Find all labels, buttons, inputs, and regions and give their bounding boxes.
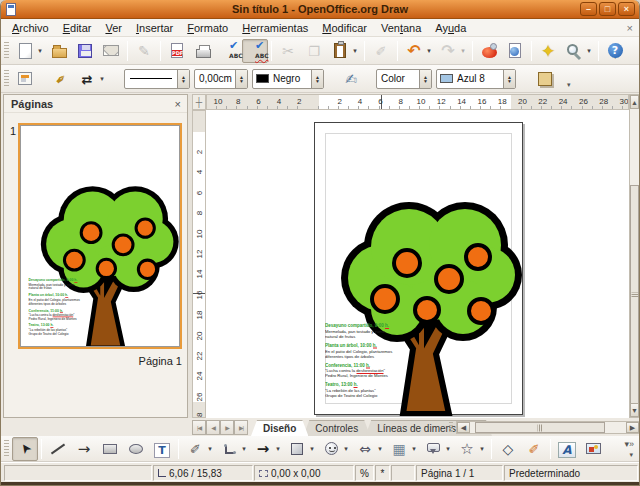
new-document-button[interactable] (12, 39, 46, 63)
dropdown-arrow-icon[interactable] (274, 445, 282, 453)
area-dialog-button[interactable] (338, 67, 364, 91)
status-zoom-cell[interactable]: % (355, 465, 374, 481)
stars-tool[interactable] (454, 437, 488, 461)
menu-modificar[interactable]: Modificar (315, 21, 374, 35)
drawing-canvas[interactable]: Desayuno compartido, 9:00 h.Mermelada, p… (206, 110, 629, 418)
next-page-icon[interactable] (220, 420, 234, 435)
page-thumbnail[interactable]: Desayuno compartido, 9:00 h.Mermelada, p… (20, 125, 180, 347)
email-button[interactable] (98, 39, 124, 63)
vertical-ruler[interactable]: 246810121416182022242628 (192, 110, 206, 418)
dropdown-arrow-icon[interactable] (351, 47, 359, 55)
dropdown-arrow-icon[interactable] (585, 47, 593, 55)
menu-ventana[interactable]: Ventana (374, 21, 428, 35)
flowchart-tool[interactable] (386, 437, 420, 461)
select-tool[interactable] (12, 437, 38, 461)
close-button-icon[interactable]: × (618, 2, 635, 16)
dropdown-arrow-icon[interactable] (98, 75, 106, 83)
menu-formato[interactable]: Formato (180, 21, 235, 35)
line-arrow-tool[interactable] (71, 437, 97, 461)
previous-page-icon[interactable] (206, 420, 220, 435)
last-page-icon[interactable] (234, 420, 248, 435)
toolbar-grip[interactable] (4, 440, 9, 458)
event-program-text[interactable]: Desayuno compartido, 9:00 h.Mermelada, p… (29, 278, 87, 338)
dropdown-arrow-icon[interactable] (459, 47, 467, 55)
hyperlink-button[interactable] (502, 39, 528, 63)
dropdown-arrow-icon[interactable] (308, 445, 316, 453)
spellcheck-button[interactable] (216, 39, 242, 63)
export-pdf-button[interactable] (164, 39, 190, 63)
dropdown-arrow-icon[interactable] (376, 445, 384, 453)
scroll-right-icon[interactable]: ▶ (626, 422, 639, 433)
toolbar-more-icon[interactable]: » (624, 439, 634, 449)
menu-ayuda[interactable]: Ayuda (428, 21, 473, 35)
shadow-toggle-button[interactable] (532, 67, 558, 91)
maximize-button-icon[interactable]: □ (599, 2, 616, 16)
basic-shapes-tool[interactable] (284, 437, 318, 461)
glue-points-button[interactable] (521, 437, 547, 461)
close-document-icon[interactable] (627, 22, 633, 34)
spin-buttons-icon[interactable] (503, 70, 515, 88)
horizontal-scrollbar[interactable]: ◀ ▶ (456, 421, 640, 434)
vertical-scrollbar[interactable]: ▲ ▼ (629, 94, 640, 418)
scroll-up-icon[interactable]: ▲ (630, 95, 639, 109)
spin-buttons-icon[interactable] (177, 70, 189, 88)
undo-button[interactable] (401, 39, 435, 63)
dropdown-arrow-icon[interactable] (444, 445, 452, 453)
menu-insertar[interactable]: Insertar (129, 21, 180, 35)
line-style-combo[interactable] (124, 69, 190, 89)
dropdown-arrow-icon[interactable] (410, 445, 418, 453)
fill-style-combo[interactable]: Color (376, 69, 432, 89)
dropdown-arrow-icon[interactable] (342, 445, 350, 453)
paste-button[interactable] (327, 39, 361, 63)
first-page-icon[interactable] (192, 420, 206, 435)
vertical-scroll-thumb[interactable] (630, 185, 639, 405)
save-button[interactable] (72, 39, 98, 63)
menu-editar[interactable]: Editar (56, 21, 99, 35)
tab-scrollbar-splitter[interactable] (449, 422, 453, 434)
title-bar[interactable]: Sin título 1 - OpenOffice.org Draw – □ × (1, 0, 639, 19)
navigator-button[interactable] (535, 39, 561, 63)
scroll-down-icon[interactable]: ▼ (630, 403, 639, 417)
toolbar-grip[interactable] (4, 70, 9, 88)
dropdown-arrow-icon[interactable] (36, 47, 44, 55)
spin-buttons-icon[interactable] (235, 70, 247, 88)
spin-buttons-icon[interactable] (419, 70, 431, 88)
print-button[interactable] (190, 39, 216, 63)
toolbar-overflow-icon[interactable] (629, 451, 633, 459)
dropdown-arrow-icon[interactable] (240, 445, 248, 453)
tab-diseno[interactable]: Diseño (251, 420, 308, 436)
dropdown-arrow-icon[interactable] (425, 47, 433, 55)
line-tool[interactable] (45, 437, 71, 461)
menu-herramientas[interactable]: Herramientas (235, 21, 315, 35)
callouts-tool[interactable] (420, 437, 454, 461)
curve-tool[interactable] (182, 437, 216, 461)
arrow-style-button[interactable] (74, 67, 108, 91)
edit-points-button[interactable] (495, 437, 521, 461)
line-color-combo[interactable]: Negro (252, 69, 324, 89)
open-button[interactable] (46, 39, 72, 63)
zoom-button[interactable] (561, 39, 595, 63)
status-style-cell[interactable]: Predeterminado (504, 465, 638, 481)
dropdown-arrow-icon[interactable] (206, 445, 214, 453)
scroll-left-icon[interactable]: ◀ (457, 422, 470, 433)
fontwork-button[interactable] (554, 437, 580, 461)
horizontal-scroll-thumb[interactable] (475, 422, 605, 433)
minimize-button-icon[interactable]: – (580, 2, 597, 16)
connector-tool[interactable] (216, 437, 250, 461)
help-button[interactable] (602, 39, 628, 63)
menu-archivo[interactable]: Archivo (5, 21, 56, 35)
toolbar-grip[interactable] (4, 42, 9, 60)
dropdown-arrow-icon[interactable] (478, 445, 486, 453)
line-dialog-button[interactable] (48, 67, 74, 91)
auto-spellcheck-button[interactable] (242, 39, 268, 63)
styles-formatting-button[interactable] (12, 67, 38, 91)
lines-arrows-tool[interactable] (250, 437, 284, 461)
spin-buttons-icon[interactable] (311, 70, 323, 88)
panel-close-icon[interactable] (175, 98, 187, 110)
line-width-input[interactable]: 0,00cm (194, 69, 248, 89)
ellipse-tool[interactable] (123, 437, 149, 461)
block-arrows-tool[interactable] (352, 437, 386, 461)
fill-color-combo[interactable]: Azul 8 (436, 69, 516, 89)
text-tool[interactable] (149, 437, 175, 461)
menu-ver[interactable]: Ver (98, 21, 129, 35)
